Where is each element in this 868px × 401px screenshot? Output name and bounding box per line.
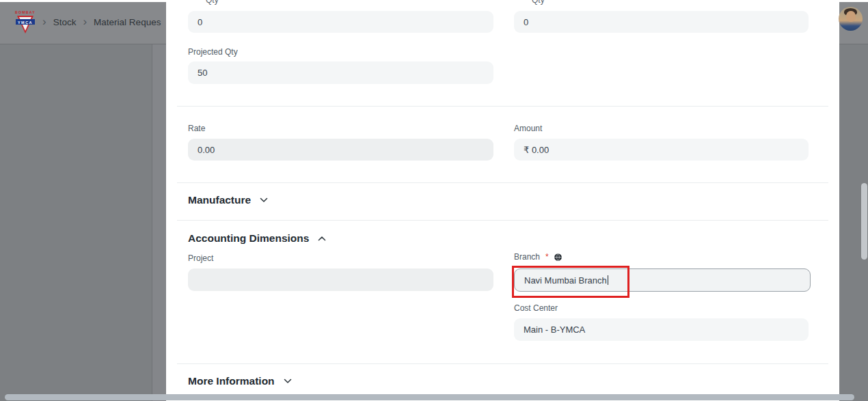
horizontal-scrollbar[interactable] (5, 394, 854, 400)
chevron-up-icon (318, 236, 326, 241)
section-accounting-dimensions-title: Accounting Dimensions (188, 232, 309, 245)
section-accounting-dimensions[interactable]: Accounting Dimensions (188, 232, 326, 245)
chevron-right-icon: › (83, 16, 87, 27)
vertical-scrollbar-thumb[interactable] (861, 183, 867, 260)
rate-label: Rate (188, 124, 205, 133)
globe-icon (554, 253, 562, 262)
project-field[interactable] (188, 268, 493, 291)
branch-label: Branch (514, 252, 540, 262)
section-manufacture-title: Manufacture (188, 194, 251, 206)
user-avatar[interactable] (839, 7, 863, 31)
clipped-field-label-left: Qty (206, 0, 342, 5)
amount-label: Amount (514, 124, 542, 133)
form-panel: Qty Qty 0 0 Projected Qty 50 Rate 0.00 A… (166, 0, 839, 401)
section-more-information[interactable]: More Information (188, 375, 292, 387)
chevron-down-icon (284, 378, 292, 384)
svg-text:BOMBAY: BOMBAY (15, 10, 36, 14)
projected-qty-label: Projected Qty (188, 47, 238, 57)
section-more-information-title: More Information (188, 375, 275, 387)
section-divider (177, 106, 828, 107)
svg-text:YMCA: YMCA (18, 20, 33, 25)
clipped-field-label-right: Qty (532, 0, 668, 5)
project-label: Project (188, 253, 213, 263)
ymca-logo-icon: BOMBAY YMCA (12, 9, 39, 36)
sidebar-edge (152, 44, 167, 401)
section-divider (177, 182, 828, 183)
branch-field[interactable]: Navi Mumbai Branch (514, 268, 811, 292)
chevron-down-icon (260, 197, 268, 203)
cost-center-label: Cost Center (514, 303, 558, 313)
section-divider (177, 363, 828, 364)
required-asterisk: * (545, 252, 549, 262)
amount-field[interactable]: ₹ 0.00 (514, 139, 809, 161)
branch-field-value: Navi Mumbai Branch (524, 275, 607, 286)
brand-logo[interactable]: BOMBAY YMCA (12, 9, 39, 36)
section-divider (177, 220, 828, 221)
app-window: BOMBAY YMCA › Stock › Material Reques Qt… (0, 0, 868, 401)
chevron-right-icon: › (42, 16, 46, 27)
cost-center-field[interactable]: Main - B-YMCA (514, 318, 809, 341)
section-manufacture[interactable]: Manufacture (188, 194, 268, 206)
breadcrumb-item-stock[interactable]: Stock (53, 17, 77, 27)
breadcrumb-item-material-request[interactable]: Material Reques (94, 17, 161, 27)
qty-field-left[interactable]: 0 (188, 11, 493, 33)
text-cursor (608, 275, 609, 285)
projected-qty-field[interactable]: 50 (188, 61, 493, 84)
rate-field[interactable]: 0.00 (188, 139, 493, 161)
qty-field-right[interactable]: 0 (514, 11, 809, 33)
branch-label-row: Branch * (514, 252, 562, 262)
breadcrumb: › Stock › Material Reques (42, 0, 161, 44)
